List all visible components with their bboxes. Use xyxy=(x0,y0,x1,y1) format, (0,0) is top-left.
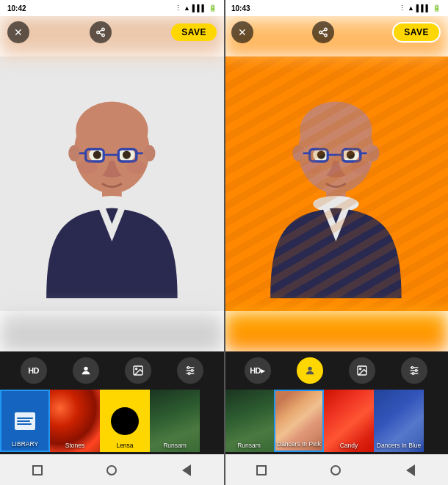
photo-bg-left xyxy=(0,56,224,311)
filter-runsam-label-right: Runsam xyxy=(237,442,261,449)
svg-point-45 xyxy=(317,151,325,159)
hd-button-right[interactable]: HD▶ xyxy=(245,357,271,384)
svg-point-10 xyxy=(144,145,156,161)
filter-runsam-left[interactable]: Runsam xyxy=(150,390,200,452)
svg-point-9 xyxy=(68,145,80,161)
status-bar-left: 10:42 ⋮ ▲ ▌▌▌ 🔋 xyxy=(0,0,224,16)
person-svg-left xyxy=(28,69,196,298)
filter-library[interactable]: LIBRARY xyxy=(0,390,50,452)
filter-lensa-label: Lensa xyxy=(116,442,133,449)
svg-point-1 xyxy=(96,31,99,34)
bt-icon: ⋮ xyxy=(175,4,181,12)
wifi-icon: ▲ xyxy=(184,4,190,12)
filter-candy[interactable]: Candy xyxy=(324,390,374,452)
status-bar-right: 10:43 ⋮ ▲ ▌▌▌ 🔋 xyxy=(224,0,448,16)
status-icons-right: ⋮ ▲ ▌▌▌ 🔋 xyxy=(399,4,441,12)
nav-square-right[interactable] xyxy=(250,459,273,482)
svg-point-43 xyxy=(313,149,329,162)
action-bar-left: ✕ SAVE xyxy=(0,16,224,48)
nav-back-left[interactable] xyxy=(175,459,198,482)
close-button-right[interactable]: ✕ xyxy=(231,21,253,43)
blur-bottom-right xyxy=(224,311,448,351)
svg-point-31 xyxy=(324,28,327,31)
svg-point-32 xyxy=(319,31,322,34)
share-button-right[interactable] xyxy=(312,21,334,43)
hd-button-left[interactable]: HD xyxy=(21,357,47,384)
bottom-controls-right: HD▶ xyxy=(224,351,448,454)
svg-line-3 xyxy=(99,33,102,34)
svg-point-41 xyxy=(292,145,304,161)
svg-point-62 xyxy=(413,373,415,375)
nav-bar-left xyxy=(0,454,224,485)
status-icons-left: ⋮ ▲ ▌▌▌ 🔋 xyxy=(175,4,217,12)
svg-point-28 xyxy=(187,367,189,369)
person-svg-right xyxy=(252,69,420,298)
svg-point-42 xyxy=(368,145,380,161)
settings-button-right[interactable] xyxy=(401,357,427,384)
photo-main-left xyxy=(0,56,224,311)
tools-row-left: HD xyxy=(0,351,224,390)
nav-back-right[interactable] xyxy=(399,459,422,482)
wifi-icon-right: ▲ xyxy=(408,4,414,12)
status-time-right: 10:43 xyxy=(231,4,250,12)
save-button-right[interactable]: SAVE xyxy=(392,22,441,43)
filters-row-right: Runsam Dancers In Pink Candy Dancers In … xyxy=(224,390,448,452)
svg-point-44 xyxy=(342,149,358,162)
filter-dancers-blue[interactable]: Dancers In Blue xyxy=(374,390,424,452)
action-bar-right: ✕ SAVE xyxy=(224,16,448,48)
hd-label-right: HD xyxy=(250,366,261,375)
save-button-left[interactable]: SAVE xyxy=(171,23,217,41)
svg-point-20 xyxy=(78,161,98,174)
signal-icon-right: ▌▌▌ xyxy=(416,4,430,12)
nav-square-left[interactable] xyxy=(26,459,49,482)
svg-rect-48 xyxy=(342,150,361,162)
svg-point-39 xyxy=(298,109,374,194)
svg-point-40 xyxy=(300,102,372,159)
blur-bottom-left xyxy=(0,311,224,351)
svg-point-0 xyxy=(101,28,104,31)
filter-stones[interactable]: Stones xyxy=(50,390,100,452)
bt-icon-right: ⋮ xyxy=(399,4,405,12)
battery-icon: 🔋 xyxy=(209,4,217,12)
svg-point-30 xyxy=(189,373,191,375)
close-button-left[interactable]: ✕ xyxy=(7,21,29,43)
status-time-left: 10:42 xyxy=(7,4,26,12)
photo-bg-right xyxy=(224,56,448,311)
gallery-button-left[interactable] xyxy=(125,357,151,384)
bottom-controls-left: HD xyxy=(0,351,224,454)
filter-dancers-pink-label: Dancers In Pink xyxy=(277,440,321,448)
svg-line-4 xyxy=(99,30,102,32)
svg-point-2 xyxy=(101,34,104,37)
svg-point-14 xyxy=(123,151,131,159)
main-wrapper: 10:42 ⋮ ▲ ▌▌▌ 🔋 ✕ SAVE xyxy=(0,0,448,485)
svg-point-56 xyxy=(360,368,361,370)
photo-section-left xyxy=(0,16,224,351)
svg-rect-37 xyxy=(326,175,346,200)
svg-point-13 xyxy=(93,151,101,159)
filter-dancers-blue-label: Dancers In Blue xyxy=(377,442,421,449)
share-button-left[interactable] xyxy=(90,21,112,43)
filter-dancers-pink[interactable]: Dancers In Pink xyxy=(274,390,324,452)
svg-point-61 xyxy=(416,370,418,372)
gallery-button-right[interactable] xyxy=(349,357,375,384)
svg-point-21 xyxy=(127,161,147,174)
hd-label-left: HD xyxy=(28,366,39,375)
settings-button-left[interactable] xyxy=(177,357,203,384)
svg-line-34 xyxy=(322,33,325,34)
person-button-right[interactable] xyxy=(297,357,323,384)
screenshot-left: 10:42 ⋮ ▲ ▌▌▌ 🔋 ✕ SAVE xyxy=(0,0,224,485)
nav-circle-right[interactable] xyxy=(324,459,347,482)
photo-section-right xyxy=(224,16,448,351)
person-button-left[interactable] xyxy=(73,357,99,384)
svg-point-22 xyxy=(84,367,87,371)
svg-point-52 xyxy=(302,161,322,174)
screenshot-right: 10:43 ⋮ ▲ ▌▌▌ 🔋 ✕ SAVE xyxy=(224,0,448,485)
split-divider xyxy=(224,0,225,485)
nav-circle-left[interactable] xyxy=(100,459,123,482)
svg-point-38 xyxy=(313,196,358,212)
filter-lensa[interactable]: Lensa xyxy=(100,390,150,452)
filters-row-left: LIBRARY Stones Lensa xyxy=(0,390,224,452)
filter-runsam-right[interactable]: Runsam xyxy=(224,390,274,452)
filter-library-label: LIBRARY xyxy=(12,440,38,448)
filter-runsam-label-left: Runsam xyxy=(163,442,187,449)
